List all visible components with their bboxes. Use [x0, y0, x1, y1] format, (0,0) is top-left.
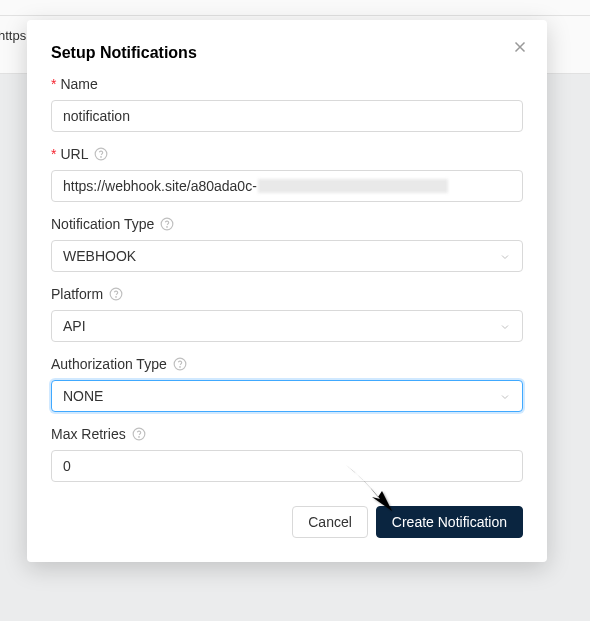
svg-point-7 [179, 367, 180, 368]
help-icon [109, 287, 123, 301]
platform-select[interactable]: API [51, 310, 523, 342]
create-notification-button[interactable]: Create Notification [376, 506, 523, 538]
url-visible-text: https://webhook.site/a80ada0c- [63, 178, 257, 194]
name-label: *Name [51, 76, 523, 92]
help-icon [94, 147, 108, 161]
max-retries-input[interactable] [51, 450, 523, 482]
platform-label: Platform [51, 286, 523, 302]
help-icon [173, 357, 187, 371]
notification-type-value: WEBHOOK [63, 248, 136, 264]
chevron-down-icon [499, 390, 511, 402]
notification-type-label: Notification Type [51, 216, 523, 232]
cancel-button[interactable]: Cancel [292, 506, 368, 538]
url-label: *URL [51, 146, 523, 162]
url-redacted-blur [258, 179, 448, 193]
authorization-type-value: NONE [63, 388, 103, 404]
max-retries-label: Max Retries [51, 426, 523, 442]
authorization-type-label: Authorization Type [51, 356, 523, 372]
notification-type-select[interactable]: WEBHOOK [51, 240, 523, 272]
platform-value: API [63, 318, 86, 334]
close-icon[interactable] [511, 38, 529, 56]
modal-footer: Cancel Create Notification [51, 506, 523, 538]
help-icon [160, 217, 174, 231]
svg-point-1 [101, 157, 102, 158]
svg-point-3 [167, 227, 168, 228]
setup-notifications-modal: Setup Notifications *Name *URL https://w… [27, 20, 547, 562]
name-input[interactable] [51, 100, 523, 132]
modal-title: Setup Notifications [51, 44, 523, 62]
svg-point-5 [116, 297, 117, 298]
help-icon [132, 427, 146, 441]
chevron-down-icon [499, 320, 511, 332]
svg-point-9 [138, 437, 139, 438]
url-input[interactable]: https://webhook.site/a80ada0c- [51, 170, 523, 202]
authorization-type-select[interactable]: NONE [51, 380, 523, 412]
chevron-down-icon [499, 250, 511, 262]
